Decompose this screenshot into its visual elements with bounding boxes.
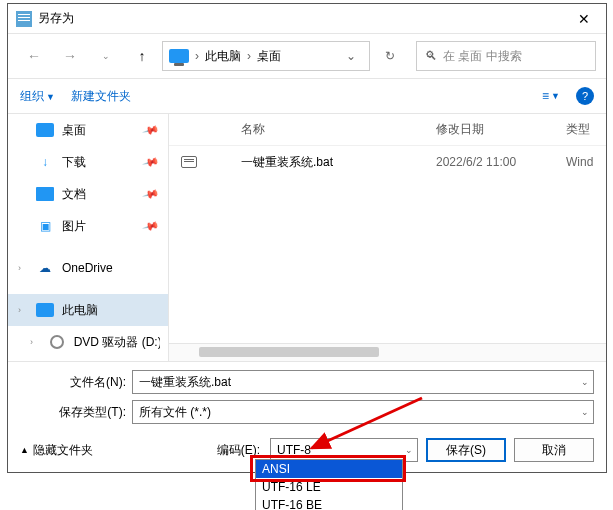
encoding-option-utf16le[interactable]: UTF-16 LE — [256, 478, 402, 496]
refresh-button[interactable]: ↻ — [376, 42, 404, 70]
forward-button: → — [54, 42, 86, 70]
sidebar-item-documents[interactable]: 文档 📌 — [8, 178, 168, 210]
path-box[interactable]: › 此电脑 › 桌面 ⌄ — [162, 41, 370, 71]
encoding-option-ansi[interactable]: ANSI — [256, 460, 402, 478]
nav-row: ← → ⌄ ↑ › 此电脑 › 桌面 ⌄ ↻ 🔍︎ 在 桌面 中搜索 — [8, 34, 606, 78]
hide-folders-button[interactable]: ▲ 隐藏文件夹 — [20, 442, 93, 459]
scrollbar-thumb[interactable] — [199, 347, 379, 357]
filename-label: 文件名(N): — [20, 374, 126, 391]
recent-button[interactable]: ⌄ — [90, 42, 122, 70]
triangle-up-icon: ▲ — [20, 445, 29, 455]
desktop-icon — [36, 123, 54, 137]
file-type: Wind — [566, 155, 606, 169]
filename-input[interactable]: 一键重装系统.bat ⌄ — [132, 370, 594, 394]
sidebar-item-downloads[interactable]: ↓ 下载 📌 — [8, 146, 168, 178]
sidebar-item-desktop[interactable]: 桌面 📌 — [8, 114, 168, 146]
document-icon — [36, 187, 54, 201]
chevron-down-icon[interactable]: ⌄ — [405, 445, 413, 455]
encoding-label: 编码(E): — [217, 442, 260, 459]
view-menu[interactable]: ≡ ▼ — [542, 89, 560, 103]
chevron-right-icon: › — [18, 305, 21, 315]
bat-file-icon — [181, 156, 197, 168]
savetype-select[interactable]: 所有文件 (*.*) ⌄ — [132, 400, 594, 424]
sidebar-item-pictures[interactable]: ▣ 图片 📌 — [8, 210, 168, 242]
save-as-dialog: 另存为 ✕ ← → ⌄ ↑ › 此电脑 › 桌面 ⌄ ↻ 🔍︎ 在 桌面 中搜索… — [7, 3, 607, 473]
close-button[interactable]: ✕ — [561, 4, 606, 34]
col-name[interactable]: 名称 — [241, 121, 436, 138]
download-icon: ↓ — [36, 155, 54, 169]
dialog-body: 桌面 📌 ↓ 下载 📌 文档 📌 ▣ 图片 📌 › ☁ — [8, 114, 606, 361]
window-title: 另存为 — [38, 10, 561, 27]
savetype-label: 保存类型(T): — [20, 404, 126, 421]
encoding-dropdown: ANSI UTF-16 LE UTF-16 BE — [255, 459, 403, 510]
horizontal-scrollbar[interactable] — [169, 343, 606, 361]
pin-icon: 📌 — [142, 121, 161, 139]
sidebar-item-onedrive[interactable]: › ☁ OneDrive — [8, 252, 168, 284]
path-sep: › — [195, 49, 199, 63]
monitor-icon — [169, 49, 189, 63]
bottom-panel: 文件名(N): 一键重装系统.bat ⌄ 保存类型(T): 所有文件 (*.*)… — [8, 361, 606, 472]
col-type[interactable]: 类型 — [566, 121, 606, 138]
cancel-button[interactable]: 取消 — [514, 438, 594, 462]
pin-icon: 📌 — [142, 153, 161, 171]
path-dropdown[interactable]: ⌄ — [339, 49, 363, 63]
search-icon: 🔍︎ — [425, 49, 437, 63]
pc-icon — [36, 303, 54, 317]
encoding-option-utf16be[interactable]: UTF-16 BE — [256, 496, 402, 510]
search-placeholder: 在 桌面 中搜索 — [443, 48, 522, 65]
organize-menu[interactable]: 组织▼ — [20, 88, 55, 105]
chevron-right-icon: › — [30, 337, 33, 347]
up-button[interactable]: ↑ — [126, 42, 158, 70]
cloud-icon: ☁ — [36, 261, 54, 275]
toolbar: 组织▼ 新建文件夹 ≡ ▼ ? — [8, 78, 606, 114]
column-headers: 名称 修改日期 类型 — [169, 114, 606, 146]
back-button[interactable]: ← — [18, 42, 50, 70]
col-date[interactable]: 修改日期 — [436, 121, 566, 138]
notepad-icon — [16, 11, 32, 27]
sidebar-item-dvd[interactable]: › DVD 驱动器 (D:) — [8, 326, 168, 358]
file-area: 名称 修改日期 类型 一键重装系统.bat 2022/6/2 11:00 Win… — [168, 114, 606, 361]
dvd-icon — [48, 335, 66, 349]
file-date: 2022/6/2 11:00 — [436, 155, 566, 169]
chevron-down-icon[interactable]: ⌄ — [581, 377, 589, 387]
new-folder-button[interactable]: 新建文件夹 — [71, 88, 131, 105]
file-row[interactable]: 一键重装系统.bat 2022/6/2 11:00 Wind — [169, 146, 606, 178]
pin-icon: 📌 — [142, 217, 161, 235]
help-button[interactable]: ? — [576, 87, 594, 105]
picture-icon: ▣ — [36, 219, 54, 233]
search-box[interactable]: 🔍︎ 在 桌面 中搜索 — [416, 41, 596, 71]
path-seg-desktop[interactable]: 桌面 — [257, 48, 281, 65]
pin-icon: 📌 — [142, 185, 161, 203]
titlebar: 另存为 ✕ — [8, 4, 606, 34]
path-seg-pc[interactable]: 此电脑 — [205, 48, 241, 65]
sidebar: 桌面 📌 ↓ 下载 📌 文档 📌 ▣ 图片 📌 › ☁ — [8, 114, 168, 361]
file-name: 一键重装系统.bat — [241, 154, 436, 171]
sidebar-item-thispc[interactable]: › 此电脑 — [8, 294, 168, 326]
chevron-down-icon[interactable]: ⌄ — [581, 407, 589, 417]
save-button[interactable]: 保存(S) — [426, 438, 506, 462]
chevron-right-icon: › — [18, 263, 21, 273]
